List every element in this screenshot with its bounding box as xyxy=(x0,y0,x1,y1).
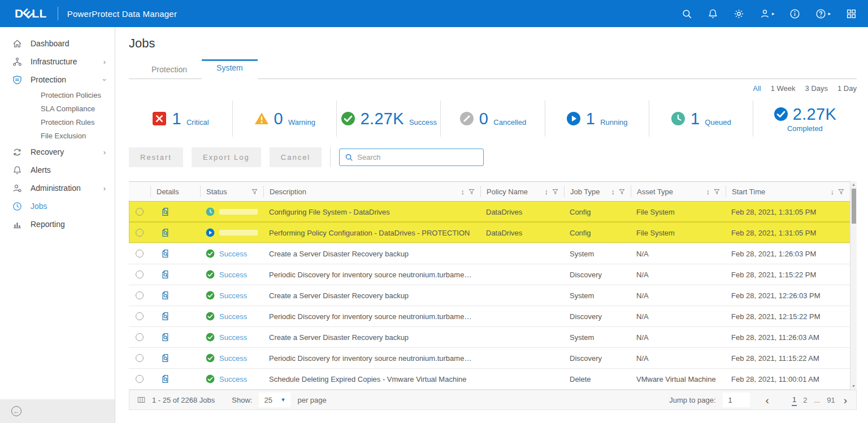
sort-icon[interactable]: ↕ xyxy=(706,188,710,195)
table-row[interactable]: SuccessPeriodic Discovery for inventory … xyxy=(129,306,857,327)
page-size-select[interactable]: 25 ▼ xyxy=(259,393,290,407)
sidebar-item-reporting[interactable]: Reporting xyxy=(0,215,115,233)
settings-icon[interactable] xyxy=(734,8,744,19)
details-icon[interactable] xyxy=(160,228,171,238)
table-row[interactable]: Performing Policy Configuration - DataDr… xyxy=(129,223,857,243)
scroll-down-icon[interactable]: ▼ xyxy=(852,383,856,389)
details-icon[interactable] xyxy=(160,269,171,280)
table-row[interactable]: SuccessSchedule Deleting Expired Copies … xyxy=(129,369,857,390)
column-picker-icon[interactable] xyxy=(137,396,145,404)
notifications-icon[interactable] xyxy=(708,8,718,19)
column-header-job-type[interactable]: Job Type↕ xyxy=(564,186,631,197)
sidebar-item-protection[interactable]: Protection› xyxy=(0,71,115,89)
filter-icon[interactable] xyxy=(838,189,844,195)
previous-page-icon[interactable]: ‹ xyxy=(765,395,770,405)
summary-warning[interactable]: 0Warning xyxy=(233,101,337,137)
sidebar-subitem-protection-rules[interactable]: Protection Rules xyxy=(0,116,115,129)
summary-running[interactable]: 1Running xyxy=(545,101,649,137)
table-row[interactable]: SuccessCreate a Server Disaster Recovery… xyxy=(129,285,857,306)
row-radio-button[interactable] xyxy=(136,354,144,362)
details-icon[interactable] xyxy=(160,248,171,259)
page-button-91[interactable]: 91 xyxy=(826,395,835,405)
sidebar-item-administration[interactable]: Administration› xyxy=(0,179,115,197)
details-icon[interactable] xyxy=(160,374,171,384)
summary-queued[interactable]: 1Queued xyxy=(649,101,753,137)
status-link[interactable]: Success xyxy=(219,291,247,300)
summary-cancelled[interactable]: 0Cancelled xyxy=(441,101,545,137)
summary-critical[interactable]: 1Critical xyxy=(129,101,233,137)
next-page-icon[interactable]: › xyxy=(843,395,848,405)
sort-icon[interactable]: ↕ xyxy=(545,188,549,195)
info-icon[interactable] xyxy=(789,8,800,19)
page-button-2[interactable]: 2 xyxy=(802,395,808,405)
row-radio-button[interactable] xyxy=(136,271,144,278)
tab-protection[interactable]: Protection xyxy=(137,59,202,79)
status-link[interactable]: Success xyxy=(219,312,247,321)
sidebar-item-alerts[interactable]: Alerts xyxy=(0,161,115,179)
status-link[interactable]: Success xyxy=(219,375,247,383)
time-filter-3-days[interactable]: 3 Days xyxy=(805,84,828,93)
app-grid-icon[interactable] xyxy=(846,8,857,19)
status-link[interactable]: Success xyxy=(219,333,247,342)
restart-button[interactable]: Restart xyxy=(129,147,183,167)
user-icon[interactable]: ▸ xyxy=(760,8,775,19)
table-row[interactable]: SuccessCreate a Server Disaster Recovery… xyxy=(129,327,857,348)
filter-icon[interactable] xyxy=(619,189,625,195)
details-icon[interactable] xyxy=(160,207,171,217)
sidebar-subitem-sla-compliance[interactable]: SLA Compliance xyxy=(0,102,115,116)
column-header-status[interactable]: Status xyxy=(200,186,263,197)
table-row[interactable]: Configuring File System - DataDrivesData… xyxy=(129,202,857,223)
row-radio-button[interactable] xyxy=(136,291,144,299)
details-icon[interactable] xyxy=(160,353,171,363)
column-header-start-time[interactable]: Start Time↓ xyxy=(726,186,850,197)
filter-icon[interactable] xyxy=(468,189,475,195)
search-icon[interactable] xyxy=(682,8,692,19)
sidebar-item-infrastructure[interactable]: Infrastructure› xyxy=(0,53,115,71)
page-button-1[interactable]: 1 xyxy=(792,394,797,406)
time-filter-1-day[interactable]: 1 Day xyxy=(837,84,857,93)
column-header-details[interactable]: Details xyxy=(150,186,200,197)
details-icon[interactable] xyxy=(160,290,171,300)
row-radio-button[interactable] xyxy=(136,250,144,258)
sort-desc-icon[interactable]: ↓ xyxy=(831,188,835,195)
column-header-policy-name[interactable]: Policy Name↕ xyxy=(480,186,564,197)
search-input[interactable] xyxy=(357,153,478,162)
collapse-sidebar-icon[interactable]: ← xyxy=(11,406,21,416)
scrollbar-thumb[interactable] xyxy=(852,189,856,224)
sort-icon[interactable]: ↕ xyxy=(611,188,615,195)
help-icon[interactable]: ▸ xyxy=(815,8,831,19)
filter-icon[interactable] xyxy=(552,189,558,195)
sidebar-subitem-file-exclusion[interactable]: File Exclusion xyxy=(0,129,115,143)
sidebar-item-recovery[interactable]: Recovery› xyxy=(0,143,115,161)
status-link[interactable]: Success xyxy=(219,250,247,258)
table-row[interactable]: SuccessPeriodic Discovery for inventory … xyxy=(129,264,857,285)
sidebar-item-dashboard[interactable]: Dashboard xyxy=(0,34,115,53)
row-radio-button[interactable] xyxy=(136,375,144,383)
table-row[interactable]: SuccessCreate a Server Disaster Recovery… xyxy=(129,243,857,264)
column-header-asset-type[interactable]: Asset Type↕ xyxy=(631,186,726,197)
row-radio-button[interactable] xyxy=(136,312,144,320)
summary-success[interactable]: 2.27KSuccess xyxy=(337,101,441,137)
tab-system[interactable]: System xyxy=(202,59,258,79)
sort-icon[interactable]: ↕ xyxy=(461,188,465,195)
time-filter-1-week[interactable]: 1 Week xyxy=(771,84,796,93)
export-log-button[interactable]: Export Log xyxy=(192,147,261,167)
status-link[interactable]: Success xyxy=(219,271,247,279)
time-filter-all[interactable]: All xyxy=(753,84,761,93)
row-radio-button[interactable] xyxy=(136,333,144,341)
sidebar-subitem-protection-policies[interactable]: Protection Policies xyxy=(0,89,115,102)
jump-to-page-input[interactable] xyxy=(723,393,750,407)
filter-icon[interactable] xyxy=(251,189,258,195)
status-link[interactable]: Success xyxy=(219,354,247,363)
sidebar-item-jobs[interactable]: Jobs xyxy=(0,197,115,215)
filter-icon[interactable] xyxy=(714,189,720,195)
details-icon[interactable] xyxy=(160,332,171,342)
scroll-up-icon[interactable]: ▲ xyxy=(852,182,856,187)
row-radio-button[interactable] xyxy=(136,208,144,216)
details-icon[interactable] xyxy=(160,311,171,321)
cancel-button[interactable]: Cancel xyxy=(270,147,322,167)
row-radio-button[interactable] xyxy=(136,229,144,237)
summary-completed[interactable]: 2.27KCompleted xyxy=(753,101,857,137)
column-header-description[interactable]: Description↕ xyxy=(263,186,480,197)
table-row[interactable]: SuccessPeriodic Discovery for inventory … xyxy=(129,348,857,369)
